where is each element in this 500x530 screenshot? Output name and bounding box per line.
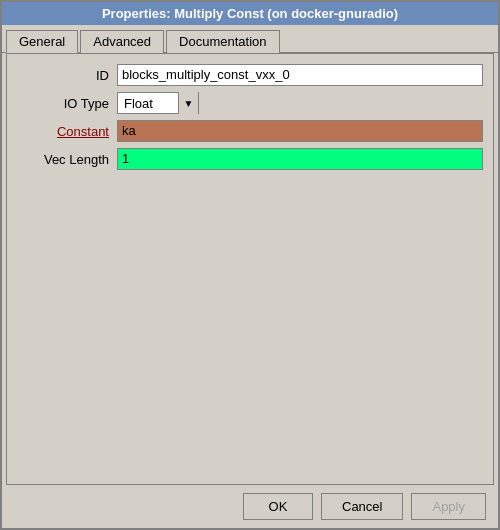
label-vec-length: Vec Length [17, 152, 117, 167]
label-io-type: IO Type [17, 96, 117, 111]
value-constant[interactable]: ka [117, 120, 483, 142]
ok-button[interactable]: OK [243, 493, 313, 520]
row-vec-length: Vec Length 1 [17, 148, 483, 170]
row-io-type: IO Type Float ▼ [17, 92, 483, 114]
io-type-value: Float [118, 94, 178, 113]
value-vec-length[interactable]: 1 [117, 148, 483, 170]
io-type-select[interactable]: Float ▼ [117, 92, 199, 114]
window-title: Properties: Multiply Const (on docker-gn… [102, 6, 398, 21]
cancel-button[interactable]: Cancel [321, 493, 403, 520]
row-constant: Constant ka [17, 120, 483, 142]
content-area: ID blocks_multiply_const_vxx_0 IO Type F… [6, 53, 494, 485]
tab-general[interactable]: General [6, 30, 78, 53]
main-window: Properties: Multiply Const (on docker-gn… [0, 0, 500, 530]
value-id[interactable]: blocks_multiply_const_vxx_0 [117, 64, 483, 86]
label-id: ID [17, 68, 117, 83]
title-bar: Properties: Multiply Const (on docker-gn… [2, 2, 498, 25]
footer: OK Cancel Apply [2, 485, 498, 528]
apply-button[interactable]: Apply [411, 493, 486, 520]
dropdown-arrow-icon[interactable]: ▼ [178, 92, 198, 114]
tab-bar: General Advanced Documentation [2, 25, 498, 53]
properties-table: ID blocks_multiply_const_vxx_0 IO Type F… [17, 64, 483, 170]
tab-documentation[interactable]: Documentation [166, 30, 279, 53]
tab-advanced[interactable]: Advanced [80, 30, 164, 53]
row-id: ID blocks_multiply_const_vxx_0 [17, 64, 483, 86]
label-constant: Constant [17, 124, 117, 139]
